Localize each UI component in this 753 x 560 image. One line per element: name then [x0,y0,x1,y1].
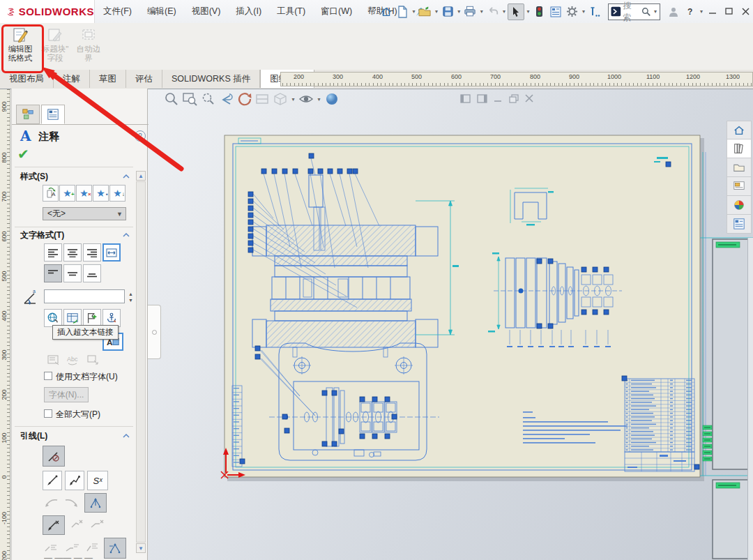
taskpane-resources-icon[interactable] [727,139,752,158]
minimize-button[interactable] [705,4,720,20]
justify-button[interactable] [102,243,121,262]
featuremanager-tree-tab[interactable] [16,105,40,124]
scroll-down-arrow[interactable]: ▼ [136,543,146,553]
rotate-view-icon[interactable] [236,91,252,107]
previous-view-icon[interactable] [218,91,234,107]
user-account-icon[interactable] [666,4,681,20]
search-box[interactable]: 搜索 ▾ [608,3,661,20]
collapse-left-pane-icon[interactable] [460,94,471,105]
drawing-sheet[interactable] [209,89,753,560]
tab-solidworks-addins[interactable]: SOLIDWORKS 插件 [162,70,260,88]
save-style-button[interactable]: ★▪ [93,185,109,202]
view-settings-sphere-icon[interactable] [324,91,340,107]
taskpane-edge[interactable] [747,238,753,560]
open-icon[interactable] [418,4,433,20]
text-format-collapse-chevron[interactable] [122,232,130,238]
rebuild-icon[interactable] [532,4,547,20]
panel-collapse-handle[interactable] [148,305,161,359]
search-dropdown[interactable]: ▾ [653,4,658,20]
align-right-button[interactable] [83,243,101,262]
angle-input[interactable] [44,289,125,303]
doc-restore-icon[interactable] [509,94,519,105]
maximize-button[interactable] [722,4,737,20]
align-center-button[interactable] [63,243,82,262]
align-top-button[interactable] [44,264,62,282]
settings-gear-icon[interactable] [565,4,580,20]
style-section-header[interactable]: 样式(S) [20,171,48,183]
menu-window[interactable]: 窗口(W) [321,6,352,17]
scroll-up-arrow[interactable]: ▲ [136,171,146,181]
doc-minimize-icon[interactable] [494,94,503,105]
multi-jog-leader-button[interactable] [84,493,107,513]
command-manager-ribbon: 编辑图 纸格式 标题块" 字段 自动边 界 [0,23,753,70]
collapse-right-pane-icon[interactable] [477,94,487,105]
panel-help-icon[interactable]: ? [135,130,146,142]
logo-text: SOLIDWORKS [19,6,94,17]
taskpane-file-explorer-icon[interactable] [727,177,752,196]
apply-defaults-style-button[interactable]: A [43,185,59,202]
add-style-button[interactable]: ★+ [59,185,75,202]
home-icon[interactable] [379,4,394,20]
select-dropdown[interactable]: ▾ [526,4,531,20]
propertymanager-tab[interactable] [41,105,65,124]
text-format-section-header[interactable]: 文字格式(T) [20,229,64,241]
panel-scrollbar[interactable] [136,181,146,543]
taskpane-appearances-icon[interactable] [727,196,752,215]
no-leader-button[interactable] [43,446,65,467]
display-style-icon [273,91,288,107]
ok-button[interactable]: ✔ [17,146,29,162]
load-style-button[interactable]: ★↓ [109,185,126,202]
angle-spinner[interactable]: ▲▼ [126,291,135,303]
hide-show-items-icon[interactable] [298,91,314,107]
help-icon[interactable]: ? [683,4,698,20]
options-list-icon[interactable] [548,4,563,20]
use-document-font-checkbox[interactable] [44,372,52,380]
select-tool-button[interactable] [508,3,524,20]
align-middle-button[interactable] [63,264,82,282]
display-style-dropdown[interactable]: ▾ [291,91,296,107]
help-dropdown[interactable]: ▾ [699,4,703,20]
leader-collapse-chevron[interactable] [122,433,130,439]
delete-style-button[interactable]: ★× [76,185,92,202]
menu-edit[interactable]: 编辑(E) [147,6,176,17]
magnifying-glass-icon[interactable] [200,91,215,107]
new-document-icon[interactable] [395,4,411,20]
print-icon[interactable] [463,4,478,20]
leader-section-header[interactable]: 引线(L) [20,430,47,442]
straight-leader-button[interactable] [43,471,62,490]
taskpane-design-library-icon[interactable] [727,158,752,177]
zoom-fit-icon[interactable] [164,91,179,107]
print-dropdown[interactable]: ▾ [479,4,484,20]
solidworks-logo: SOLIDWORKS [0,0,95,23]
align-left-button[interactable] [44,243,62,262]
all-caps-checkbox[interactable] [44,409,52,418]
taskpane-custom-properties-icon[interactable] [727,215,752,234]
open-dropdown[interactable]: ▾ [434,4,439,20]
zoom-area-icon[interactable] [182,91,197,107]
style-collapse-chevron[interactable] [122,174,130,179]
menu-insert[interactable]: 插入(I) [236,6,261,17]
align-bottom-button[interactable] [83,264,101,282]
leader-style-button[interactable] [43,515,65,535]
measure-icon[interactable] [587,4,602,20]
undo-dropdown[interactable]: ▾ [502,4,507,20]
style-dropdown[interactable]: <无>▼ [43,207,126,220]
hide-show-dropdown[interactable]: ▾ [317,91,321,107]
save-dropdown[interactable]: ▾ [457,4,462,20]
tab-evaluate[interactable]: 评估 [126,70,162,88]
bent-leader-button[interactable] [65,471,84,490]
angle-icon: a [22,289,38,306]
next-section-clipped: ▬ ▬▬ ▬ ▬ [44,553,121,559]
taskpane-home-icon[interactable] [727,121,752,139]
menu-file[interactable]: 文件(F) [103,6,132,17]
tab-sketch[interactable]: 草图 [90,70,126,88]
close-button[interactable] [738,4,753,20]
new-dropdown[interactable]: ▾ [411,4,416,20]
menu-view[interactable]: 视图(V) [192,6,221,17]
underlined-leader-button[interactable]: Sˣ [87,471,108,490]
doc-close-icon[interactable] [525,94,534,105]
tab-annotation[interactable]: 注解 [54,70,90,88]
save-icon[interactable] [440,4,455,20]
menu-tools[interactable]: 工具(T) [277,6,305,17]
settings-dropdown[interactable]: ▾ [581,4,586,20]
